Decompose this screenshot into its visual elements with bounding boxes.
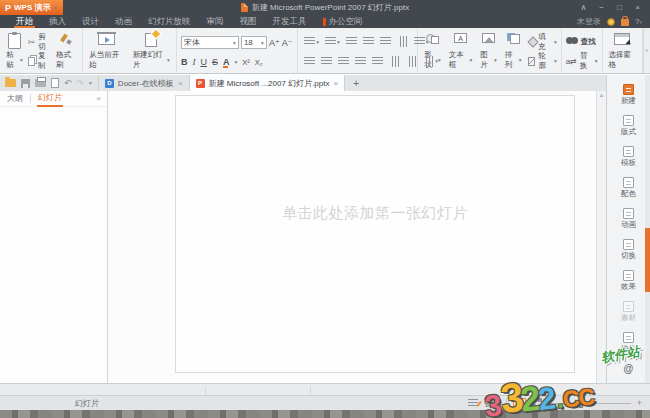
distribute-button[interactable] <box>370 55 385 68</box>
normal-view-button[interactable] <box>513 398 526 409</box>
picture-button[interactable]: 图片▾ <box>478 32 499 71</box>
sidebar-item-materials[interactable]: 素材 <box>621 301 636 323</box>
strikethrough-button[interactable]: S <box>212 57 218 67</box>
grow-font-button[interactable]: A⁺ <box>269 38 280 48</box>
slide-sorter-view-button[interactable] <box>532 398 543 408</box>
print-button[interactable] <box>35 79 46 87</box>
scroll-up-icon[interactable]: ▲ <box>599 91 605 383</box>
font-color-button[interactable]: A <box>223 57 230 67</box>
redo-button[interactable]: ↷ <box>77 79 85 88</box>
increase-indent-button[interactable] <box>361 35 376 48</box>
tab-outline[interactable]: 大纲 <box>6 91 24 106</box>
new-tab-button[interactable]: + <box>345 75 367 91</box>
help-button[interactable]: ?▾ <box>635 17 642 26</box>
cut-button[interactable]: ✂ 剪切 <box>28 35 51 49</box>
tab-view[interactable]: 视图 <box>232 15 265 28</box>
skin-icon[interactable]: ∧ <box>575 1 592 14</box>
textbox-button[interactable]: A 文本框▾ <box>447 32 474 71</box>
tab-office-space[interactable]: 办公空间 <box>315 15 371 28</box>
slide[interactable]: 单击此处添加第一张幻灯片 <box>175 95 575 373</box>
align-right-button[interactable] <box>336 55 351 68</box>
line-spacing-button[interactable] <box>378 35 393 48</box>
doc-tab-current[interactable]: P 新建 Microsoft ...2007 幻灯片.pptx × <box>189 75 346 91</box>
quick-access-dropdown[interactable]: ▾ <box>89 80 92 86</box>
sidebar-item-animation[interactable]: 动画 <box>621 208 636 230</box>
close-icon[interactable]: × <box>333 79 338 88</box>
increase-indent-icon <box>363 37 374 46</box>
points-icon[interactable] <box>607 18 615 26</box>
italic-button[interactable]: I <box>192 57 195 67</box>
sidebar-item-layout[interactable]: 版式 <box>621 115 636 137</box>
chevron-down-icon[interactable]: ▾ <box>234 59 237 65</box>
superscript-button[interactable]: X² <box>242 58 250 67</box>
tab-home[interactable]: 开始 <box>8 15 41 28</box>
minimize-icon[interactable]: − <box>593 1 610 14</box>
align-center-button[interactable] <box>319 55 334 68</box>
bold-button[interactable]: B <box>181 57 188 67</box>
store-icon[interactable] <box>621 19 629 26</box>
underline-button[interactable]: U <box>200 57 207 67</box>
align-top-button[interactable] <box>387 55 402 68</box>
slide-canvas[interactable]: 单击此处添加第一张幻灯片 <box>108 91 596 383</box>
tab-slideshow[interactable]: 幻灯片放映 <box>140 15 199 28</box>
subscript-button[interactable]: X₂ <box>255 58 263 67</box>
undo-button[interactable]: ↶ <box>64 79 72 88</box>
sidebar-scroll-thumb[interactable] <box>645 228 650 292</box>
outline-button[interactable]: 轮廓▾ <box>528 54 557 68</box>
login-status[interactable]: 未登录 <box>577 16 601 27</box>
bullets-button[interactable]: ▾ <box>302 35 321 48</box>
doc-tab-docer[interactable]: D Docer-在线模板 × <box>98 75 189 91</box>
tab-review[interactable]: 审阅 <box>199 15 232 28</box>
sidebar-item-at[interactable]: @ <box>624 363 634 374</box>
close-icon[interactable]: × <box>178 79 183 88</box>
tab-developer[interactable]: 开发工具 <box>265 15 315 28</box>
align-middle-button[interactable] <box>404 55 419 68</box>
decrease-indent-button[interactable] <box>344 35 359 48</box>
new-slide-button[interactable]: 新建幻灯片▾ <box>131 32 172 71</box>
window-controls: ∧ − □ × <box>575 1 650 14</box>
sidebar-item-template[interactable]: 模板 <box>621 146 636 168</box>
sidebar-item-collaborate[interactable]: 协作 <box>621 332 636 354</box>
font-name-select[interactable]: 宋体▾ <box>181 36 239 49</box>
tab-insert[interactable]: 插入 <box>41 15 74 28</box>
sidebar-item-effects[interactable]: 效果 <box>621 270 636 292</box>
zoom-slider-thumb[interactable] <box>579 399 583 408</box>
maximize-icon[interactable]: □ <box>611 1 628 14</box>
font-size-select[interactable]: 18▾ <box>241 36 267 49</box>
copy-button[interactable]: 复制 <box>28 54 51 68</box>
paste-button[interactable]: 粘贴▾ <box>4 32 25 71</box>
selection-pane-button[interactable]: 选择窗格 <box>607 32 638 71</box>
notes-button[interactable]: 备注 <box>484 398 500 409</box>
format-painter-button[interactable]: 格式刷 <box>54 32 78 71</box>
print-preview-button[interactable] <box>51 78 59 88</box>
vertical-scrollbar[interactable]: ▲ <box>596 91 606 383</box>
tab-design[interactable]: 设计 <box>74 15 107 28</box>
zoom-in-button[interactable]: + <box>637 398 642 408</box>
zoom-slider[interactable] <box>549 398 631 409</box>
tab-slides[interactable]: 幻灯片 <box>37 90 63 107</box>
sidebar-item-colors[interactable]: 配色 <box>621 177 636 199</box>
save-button[interactable] <box>21 79 30 88</box>
wps-menu-button[interactable]: P WPS 演示 ▾ <box>0 0 63 15</box>
replace-button[interactable]: a⇄ 替换▾ <box>566 54 598 68</box>
close-icon[interactable]: × <box>96 94 101 103</box>
open-button[interactable] <box>5 79 16 87</box>
ribbon-more-button[interactable]: › <box>643 28 650 73</box>
slide-placeholder-text[interactable]: 单击此处添加第一张幻灯片 <box>176 204 574 223</box>
justify-button[interactable] <box>353 55 368 68</box>
find-button[interactable]: 查找 <box>566 35 598 49</box>
numbering-button[interactable]: ▾ <box>323 35 342 48</box>
sidebar-item-transition[interactable]: 切换 <box>621 239 636 261</box>
close-icon[interactable]: × <box>629 1 646 14</box>
arrange-button[interactable]: 排列▾ <box>503 32 524 71</box>
sidebar-scrollbar[interactable] <box>645 75 650 383</box>
sidebar-item-new[interactable]: 新建 <box>621 84 636 106</box>
from-current-slide-button[interactable]: 从当前开始 <box>87 32 125 71</box>
chevron-down-icon: ▾ <box>316 39 319 45</box>
text-direction-button[interactable] <box>395 35 410 48</box>
zoom-slider-track[interactable] <box>549 403 631 404</box>
tab-animation[interactable]: 动画 <box>107 15 140 28</box>
fill-button[interactable]: 填充▾ <box>528 35 557 49</box>
shrink-font-button[interactable]: A⁻ <box>282 38 293 48</box>
align-left-button[interactable] <box>302 55 317 68</box>
